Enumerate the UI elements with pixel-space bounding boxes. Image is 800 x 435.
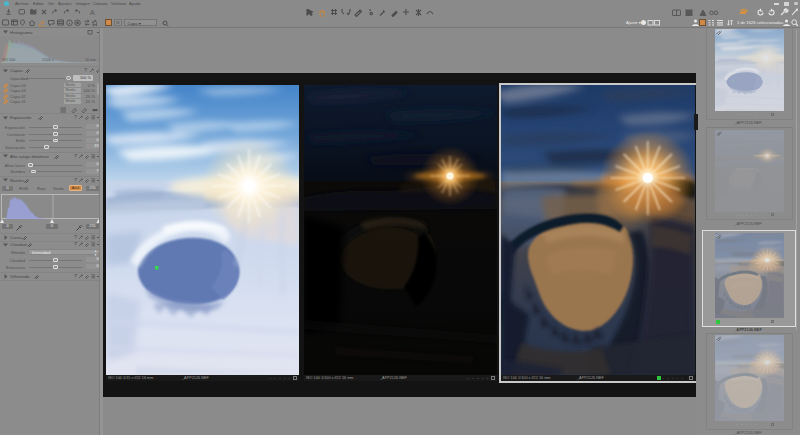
svg-text:A: A xyxy=(90,9,95,16)
svg-text:?: ? xyxy=(74,178,77,183)
svg-text:?: ? xyxy=(74,274,77,279)
svg-text:?: ? xyxy=(74,115,77,120)
svg-text:?: ? xyxy=(74,242,77,247)
svg-text:?: ? xyxy=(74,154,77,159)
svg-text:?: ? xyxy=(84,68,87,73)
